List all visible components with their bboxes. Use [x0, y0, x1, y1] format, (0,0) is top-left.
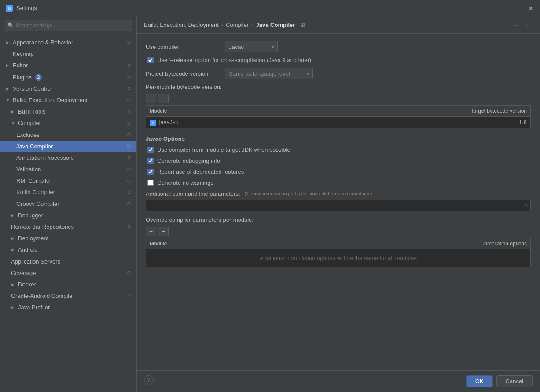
- table-row[interactable]: ▪ javaJsp 1.8: [146, 117, 531, 128]
- sidebar-item-rmi-compiler[interactable]: RMI Compiler ⚙: [0, 175, 136, 187]
- sidebar-item-plugins[interactable]: ▶ Plugins 2 ⚙: [0, 72, 136, 83]
- sidebar-item-coverage[interactable]: Coverage ⚙: [0, 267, 136, 279]
- sidebar-item-label: Gradle-Android Compiler: [11, 292, 74, 300]
- sidebar-item-build-execution[interactable]: ▼ Build, Execution, Deployment ⚙: [0, 95, 136, 106]
- expand-arrow: ▶: [11, 235, 16, 242]
- sidebar-item-label: Debugger: [18, 212, 43, 220]
- sidebar-item-editor[interactable]: ▶ Editor ⚙: [0, 60, 136, 71]
- gear-icon: ⚙: [127, 270, 131, 276]
- sidebar-item-keymap[interactable]: ▶ Keymap: [0, 48, 136, 60]
- search-icon: 🔍: [7, 22, 14, 29]
- sidebar-item-remote-jar[interactable]: Remote Jar Repositories ⚙: [0, 221, 136, 233]
- gear-icon: ⚙: [127, 39, 131, 46]
- close-button[interactable]: ✕: [527, 5, 534, 12]
- sidebar-item-label: Keymap: [13, 50, 34, 58]
- sidebar-item-label: Appearance & Behavior: [13, 39, 73, 47]
- app-icon: ⚙: [6, 5, 13, 12]
- sidebar-item-build-tools[interactable]: ▶ Build Tools ⚙: [0, 106, 136, 117]
- cancel-button[interactable]: Cancel: [496, 375, 533, 387]
- sidebar-item-excludes[interactable]: Excludes ⚙: [0, 129, 136, 141]
- sidebar-item-label: Kotlin Compiler: [16, 188, 55, 196]
- plugins-badge: 2: [35, 74, 42, 81]
- use-compiler-module-checkbox[interactable]: [147, 147, 154, 153]
- sidebar-item-label: RMI Compiler: [16, 177, 51, 185]
- help-button[interactable]: ?: [144, 375, 154, 385]
- sidebar-item-label: Application Servers: [11, 258, 60, 266]
- release-option-checkbox[interactable]: [147, 57, 154, 63]
- gear-icon: ⚙: [127, 178, 131, 184]
- generate-no-warnings-checkbox[interactable]: [147, 180, 154, 186]
- sidebar-item-validation[interactable]: Validation ⚙: [0, 164, 136, 175]
- sidebar-item-debugger[interactable]: ▶ Debugger: [0, 210, 136, 221]
- compiler-select-wrapper: Javac Eclipse Ajc ▼: [225, 41, 278, 52]
- search-box: 🔍: [0, 16, 136, 35]
- expand-arrow: ▶: [11, 304, 16, 311]
- override-empty-message: Additional compilation options will be t…: [146, 249, 531, 267]
- bytecode-label: Project bytecode version:: [146, 70, 220, 77]
- override-table-actions: + −: [146, 227, 531, 236]
- bottom-bar: ? OK Cancel: [137, 370, 540, 392]
- report-deprecated-checkbox[interactable]: [147, 169, 154, 175]
- additional-params-input[interactable]: [146, 200, 531, 211]
- sidebar-item-version-control[interactable]: ▶ Version Control ⚙: [0, 83, 136, 95]
- compiler-select[interactable]: Javac Eclipse Ajc: [225, 41, 278, 52]
- sidebar-item-java-compiler[interactable]: Java Compiler ⚙: [0, 141, 136, 152]
- generate-debug-checkbox[interactable]: [147, 158, 154, 164]
- gear-icon: ⚙: [127, 189, 131, 196]
- override-section: Override compiler parameters per-module:…: [146, 216, 531, 267]
- settings-dialog: ⚙ Settings ✕ 🔍 ▶ Appearance & Behavior: [0, 0, 540, 392]
- breadcrumb-sep-2: ›: [251, 22, 253, 28]
- remove-override-button[interactable]: −: [158, 227, 169, 236]
- expand-arrow: ▶: [11, 109, 16, 115]
- sidebar-item-label: Build Tools: [18, 108, 46, 116]
- override-header-row: Module Compilation options: [146, 238, 531, 249]
- sidebar-item-label: Version Control: [13, 85, 52, 93]
- breadcrumb-bar: Build, Execution, Deployment › Compiler …: [137, 16, 540, 34]
- sidebar-item-compiler[interactable]: ▼ Compiler ⚙: [0, 117, 136, 129]
- expand-arrow: ▼: [6, 97, 11, 103]
- sidebar-item-gradle-android[interactable]: Gradle-Android Compiler ⚙: [0, 290, 136, 302]
- breadcrumb-sep-1: ›: [221, 22, 223, 28]
- sidebar-item-docker[interactable]: ▶ Docker: [0, 279, 136, 290]
- additional-params-wrapper: ⤡: [146, 200, 531, 211]
- sidebar-item-label: Editor: [13, 62, 28, 70]
- gear-icon: ⚙: [127, 85, 131, 92]
- forward-button[interactable]: →: [523, 21, 533, 29]
- use-compiler-module-label: Use compiler from module target JDK when…: [157, 147, 290, 153]
- generate-no-warnings-label: Generate no warnings: [157, 180, 213, 186]
- add-override-button[interactable]: +: [146, 227, 156, 236]
- sidebar-item-android[interactable]: ▶ Android: [0, 244, 136, 256]
- sidebar-item-java-profiler[interactable]: ▶ Java Profiler: [0, 302, 136, 313]
- expand-arrow: ▶: [11, 212, 16, 219]
- use-compiler-label: Use compiler:: [146, 44, 220, 50]
- gear-icon: ⚙: [127, 62, 131, 69]
- sidebar-item-app-servers[interactable]: Application Servers: [0, 256, 136, 267]
- breadcrumb-settings-icon[interactable]: ⊞: [300, 22, 305, 28]
- sidebar-item-label: Java Compiler: [16, 143, 53, 150]
- sidebar-item-appearance[interactable]: ▶ Appearance & Behavior ⚙: [0, 37, 136, 48]
- sidebar-item-label: Java Profiler: [18, 304, 50, 311]
- sidebar-item-label: Build, Execution, Deployment: [13, 96, 88, 104]
- expand-arrow: ▼: [11, 120, 16, 126]
- add-module-button[interactable]: +: [146, 94, 156, 103]
- bytecode-select[interactable]: Same as language level: [225, 68, 313, 79]
- sidebar-item-kotlin-compiler[interactable]: Kotlin Compiler ⚙: [0, 187, 136, 198]
- expand-arrow: ▶: [6, 62, 11, 69]
- table-header-row: Module Target bytecode version: [146, 106, 531, 117]
- additional-params-hint: ('/' recommended in paths for cross-plat…: [245, 191, 372, 196]
- sidebar-item-annotation-processors[interactable]: Annotation Processors ⚙: [0, 152, 136, 164]
- back-button[interactable]: ←: [511, 21, 521, 29]
- sidebar-item-label: Android: [18, 246, 38, 254]
- search-input[interactable]: [5, 20, 132, 31]
- expand-arrow: ▶: [11, 247, 16, 253]
- additional-params-section: Additional command line parameters: ('/'…: [146, 191, 531, 211]
- gear-icon: ⚙: [127, 97, 131, 103]
- expand-icon[interactable]: ⤡: [525, 202, 529, 209]
- sidebar-item-label: Excludes: [16, 131, 40, 139]
- sidebar-item-groovy-compiler[interactable]: Groovy Compiler ⚙: [0, 198, 136, 210]
- gear-icon: ⚙: [127, 143, 131, 150]
- ok-button[interactable]: OK: [466, 375, 493, 387]
- sidebar-item-deployment[interactable]: ▶ Deployment: [0, 233, 136, 244]
- dialog-title: Settings: [16, 5, 37, 11]
- remove-module-button[interactable]: −: [158, 94, 169, 103]
